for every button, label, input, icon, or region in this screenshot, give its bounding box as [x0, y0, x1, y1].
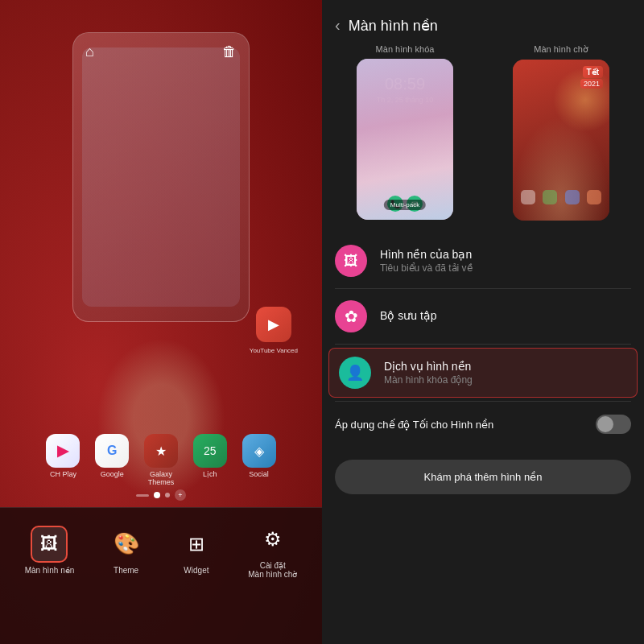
- my-wallpaper-subtitle: Tiêu biểu và đã tải về: [380, 262, 631, 274]
- dark-mode-text-wrap: Áp dụng chế độ Tối cho Hình nền: [335, 419, 583, 431]
- wallpaper-nav-label: Màn hình nền: [25, 566, 75, 575]
- home-child-figure: [513, 116, 609, 221]
- left-panel: ⌂ 🗑 ▶ YouTube Vanced ▶ CH Play G Google …: [0, 0, 322, 644]
- wallpaper-service-text: Dịch vụ hình nền Màn hình khóa động: [384, 360, 627, 386]
- phone-card: [72, 32, 250, 322]
- home-tet-label: Tết: [583, 66, 603, 78]
- theme-nav-icon: 🎨: [108, 526, 145, 563]
- back-button[interactable]: ‹: [335, 16, 341, 35]
- app-lich[interactable]: 25 Lịch: [191, 434, 229, 486]
- right-panel: ‹ Màn hình nền Màn hình khóa 08:59 Th 2,…: [322, 0, 644, 644]
- collection-text: Bộ sưu tập: [380, 309, 631, 324]
- nav-item-widget[interactable]: ⊞ Widget: [178, 526, 215, 575]
- nav-item-wallpaper[interactable]: 🖼 Màn hình nền: [25, 526, 75, 575]
- lock-screen-label: Màn hình khóa: [376, 44, 435, 54]
- menu-item-collection[interactable]: ✿ Bộ sưu tập: [322, 289, 644, 344]
- wallpaper-service-title: Dịch vụ hình nền: [384, 360, 627, 373]
- mini-app-2: [543, 190, 557, 204]
- page-dot-line: [136, 494, 149, 497]
- wallpaper-service-subtitle: Màn hình khóa động: [384, 374, 627, 386]
- phone-card-bg: [82, 47, 240, 307]
- card-top-icons: ⌂ 🗑: [72, 37, 250, 67]
- wallpaper-service-icon: 👤: [346, 364, 364, 382]
- app-google[interactable]: G Google: [93, 434, 131, 486]
- app-grid: ▶ CH Play G Google ★ Galaxy Themes 25 Lị…: [44, 434, 278, 491]
- right-panel-title: Màn hình nền: [349, 17, 438, 35]
- page-dot: [165, 493, 170, 497]
- youtube-icon: ▶: [256, 307, 291, 342]
- chplay-icon: ▶: [46, 434, 80, 468]
- toggle-knob: [597, 416, 613, 432]
- widget-nav-label: Widget: [184, 566, 208, 575]
- wallpaper-service-icon-wrap: 👤: [339, 357, 371, 389]
- app-social[interactable]: ◈ Social: [240, 434, 278, 486]
- mini-app-3: [565, 190, 580, 204]
- lock-screen-thumbnail[interactable]: 08:59 Th 2, 25 tháng 10 📞 ✉ Multi-pack: [357, 59, 453, 220]
- home-screen-label: Màn hình chờ: [534, 44, 588, 55]
- nav-item-theme[interactable]: 🎨 Theme: [108, 526, 145, 575]
- bottom-nav: 🖼 Màn hình nền 🎨 Theme ⊞ Widget ⚙ Cài đặ…: [0, 507, 322, 644]
- home-year-label: 2021: [580, 79, 603, 89]
- chplay-label: CH Play: [50, 470, 76, 478]
- menu-section: 🖼 Hình nền của bạn Tiêu biểu và đã tải v…: [322, 233, 644, 453]
- lock-multipack-badge: Multi-pack: [384, 200, 426, 210]
- collection-icon-wrap: ✿: [335, 300, 367, 332]
- wallpaper-previews: Màn hình khóa 08:59 Th 2, 25 tháng 10 📞 …: [322, 44, 644, 233]
- explore-wallpaper-button[interactable]: Khám phá thêm hình nền: [335, 460, 631, 494]
- home-app-icons: [517, 190, 605, 204]
- home-screen-preview-wrap: Màn hình chờ Tết 2021: [488, 44, 634, 221]
- app-galaxy[interactable]: ★ Galaxy Themes: [142, 434, 180, 486]
- page-dots: +: [136, 489, 186, 501]
- collection-title: Bộ sưu tập: [380, 309, 631, 322]
- bottom-nav-items: 🖼 Màn hình nền 🎨 Theme ⊞ Widget ⚙ Cài đặ…: [0, 508, 322, 587]
- galaxy-icon: ★: [144, 434, 178, 468]
- right-header: ‹ Màn hình nền: [322, 0, 644, 44]
- page-add-dot: +: [175, 489, 186, 501]
- social-icon: ◈: [242, 434, 276, 468]
- lock-screen-preview-wrap: Màn hình khóa 08:59 Th 2, 25 tháng 10 📞 …: [332, 44, 478, 221]
- menu-item-my-wallpaper[interactable]: 🖼 Hình nền của bạn Tiêu biểu và đã tải v…: [322, 233, 644, 288]
- lich-icon: 25: [193, 434, 227, 468]
- google-label: Google: [101, 470, 124, 478]
- youtube-label: YouTube Vanced: [250, 347, 298, 354]
- app-row: ▶ CH Play G Google ★ Galaxy Themes 25 Lị…: [44, 434, 278, 486]
- settings-nav-icon: ⚙: [254, 521, 291, 558]
- google-icon: G: [95, 434, 129, 468]
- my-wallpaper-icon-wrap: 🖼: [335, 245, 367, 277]
- mini-app-1: [521, 190, 535, 204]
- my-wallpaper-icon: 🖼: [344, 253, 358, 270]
- page-dot-active: [154, 492, 160, 498]
- collection-icon: ✿: [345, 307, 358, 326]
- mini-app-4: [587, 190, 601, 204]
- floating-youtube-app[interactable]: ▶ YouTube Vanced: [250, 307, 298, 354]
- divider-2: [335, 344, 631, 345]
- phone-card-inner: [73, 33, 249, 321]
- home-screen-thumbnail[interactable]: Tết 2021: [513, 60, 609, 221]
- settings-nav-label: Cài đặtMàn hình chờ: [248, 561, 297, 579]
- galaxy-label: Galaxy Themes: [142, 470, 180, 486]
- widget-nav-icon: ⊞: [178, 526, 215, 563]
- app-chplay[interactable]: ▶ CH Play: [44, 434, 82, 486]
- lich-label: Lịch: [203, 470, 217, 478]
- dark-mode-label: Áp dụng chế độ Tối cho Hình nền: [335, 419, 583, 431]
- dark-mode-row: Áp dụng chế độ Tối cho Hình nền: [322, 402, 644, 447]
- nav-item-settings[interactable]: ⚙ Cài đặtMàn hình chờ: [248, 521, 297, 579]
- social-label: Social: [249, 470, 269, 478]
- menu-item-wallpaper-service[interactable]: 👤 Dịch vụ hình nền Màn hình khóa động: [328, 348, 638, 398]
- dark-mode-toggle[interactable]: [596, 415, 631, 434]
- wallpaper-nav-icon: 🖼: [31, 526, 68, 563]
- my-wallpaper-title: Hình nền của bạn: [380, 248, 631, 261]
- home-icon: ⌂: [85, 43, 94, 60]
- theme-nav-label: Theme: [114, 566, 138, 575]
- trash-icon[interactable]: 🗑: [222, 43, 237, 60]
- my-wallpaper-text: Hình nền của bạn Tiêu biểu và đã tải về: [380, 248, 631, 274]
